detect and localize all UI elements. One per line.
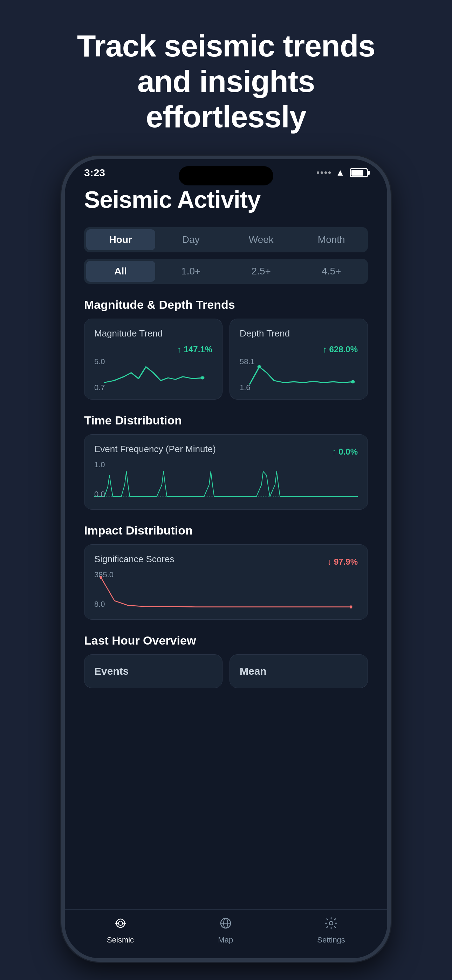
freq-high: 1.0: [94, 460, 105, 469]
nav-seismic-label: Seismic: [107, 935, 134, 945]
depth-trend: ↑ 628.0%: [323, 345, 358, 354]
freq-low: 0.0: [94, 490, 105, 499]
freq-trend: ↑ 0.0%: [332, 447, 358, 457]
frequency-card: Event Frequency (Per Minute) ↑ 0.0% 1.0 …: [84, 434, 368, 510]
depth-label: Depth Trend: [240, 328, 290, 339]
nav-map-label: Map: [218, 935, 233, 945]
nav-map[interactable]: Map: [218, 916, 233, 945]
bottom-nav: Seismic Map: [65, 909, 387, 958]
svg-point-0: [201, 376, 204, 379]
depth-chart: 58.1 1.6: [240, 357, 358, 392]
significance-card: Significance Scores ↓ 97.9% 385.0 8.0: [84, 544, 368, 620]
magnitude-depth-row: Magnitude Trend ↑ 147.1% 5.0 0.7: [84, 318, 368, 399]
svg-point-5: [350, 605, 352, 608]
phone-notch: [179, 166, 273, 185]
magnitude-card: Magnitude Trend ↑ 147.1% 5.0 0.7: [84, 318, 223, 399]
freq-chart-area: 1.0 0.0: [94, 460, 358, 502]
time-segment-control: Hour Day Week Month: [84, 227, 368, 252]
sig-low: 8.0: [94, 600, 105, 609]
depth-card: Depth Trend ↑ 628.0% 58.1 1.6: [229, 318, 368, 399]
sig-high: 385.0: [94, 570, 113, 579]
seg-all[interactable]: All: [86, 261, 155, 282]
events-label: Events: [94, 665, 129, 677]
seg-25plus[interactable]: 2.5+: [227, 261, 296, 282]
wifi-icon: ▲: [336, 167, 345, 178]
section-last-hour: Last Hour Overview: [84, 634, 368, 648]
seg-week[interactable]: Week: [227, 229, 296, 250]
section-magnitude-depth: Magnitude & Depth Trends: [84, 298, 368, 312]
magnitude-trend: ↑ 147.1%: [177, 345, 212, 354]
signal-icon: [317, 172, 331, 174]
seg-day[interactable]: Day: [157, 229, 226, 250]
battery-icon: [350, 168, 368, 177]
magnitude-segment-control: All 1.0+ 2.5+ 4.5+: [84, 259, 368, 284]
phone-frame: 3:23 ▲ Seismic Activity Hour: [61, 156, 391, 962]
svg-point-7: [118, 921, 123, 925]
sig-label: Significance Scores: [94, 554, 174, 565]
hero-line2: and insights: [137, 64, 315, 99]
mag-low-label: 0.7: [94, 383, 105, 392]
svg-point-2: [351, 380, 355, 383]
hero-text: Track seismic trends and insights effort…: [35, 0, 417, 156]
mag-high-label: 5.0: [94, 357, 105, 366]
freq-label: Event Frequency (Per Minute): [94, 444, 216, 455]
seg-month[interactable]: Month: [297, 229, 366, 250]
section-impact: Impact Distribution: [84, 523, 368, 537]
hero-line3: effortlessly: [146, 99, 306, 134]
seismic-icon: [113, 916, 127, 933]
hero-line1: Track seismic trends: [77, 29, 375, 63]
screen-title: Seismic Activity: [84, 186, 368, 213]
events-card: Events: [84, 654, 223, 688]
magnitude-label: Magnitude Trend: [94, 328, 162, 339]
section-time-dist: Time Distribution: [84, 414, 368, 427]
mean-card: Mean: [229, 654, 368, 688]
settings-icon: [324, 916, 338, 933]
seg-hour[interactable]: Hour: [86, 229, 155, 250]
svg-point-13: [329, 921, 333, 925]
magnitude-chart: 5.0 0.7: [94, 357, 212, 392]
mean-label: Mean: [240, 665, 267, 677]
depth-high-label: 58.1: [240, 357, 255, 366]
overview-row: Events Mean: [84, 654, 368, 688]
nav-settings[interactable]: Settings: [317, 916, 345, 945]
svg-point-1: [258, 365, 261, 368]
clock: 3:23: [84, 167, 105, 179]
nav-seismic[interactable]: Seismic: [107, 916, 134, 945]
depth-low-label: 1.6: [240, 383, 250, 392]
sig-chart-area: 385.0 8.0: [94, 570, 358, 612]
nav-settings-label: Settings: [317, 935, 345, 945]
screen-content: Seismic Activity Hour Day Week Month All…: [65, 182, 387, 936]
map-icon: [219, 916, 232, 933]
seg-45plus[interactable]: 4.5+: [297, 261, 366, 282]
sig-trend: ↓ 97.9%: [327, 557, 358, 567]
seg-1plus[interactable]: 1.0+: [157, 261, 226, 282]
